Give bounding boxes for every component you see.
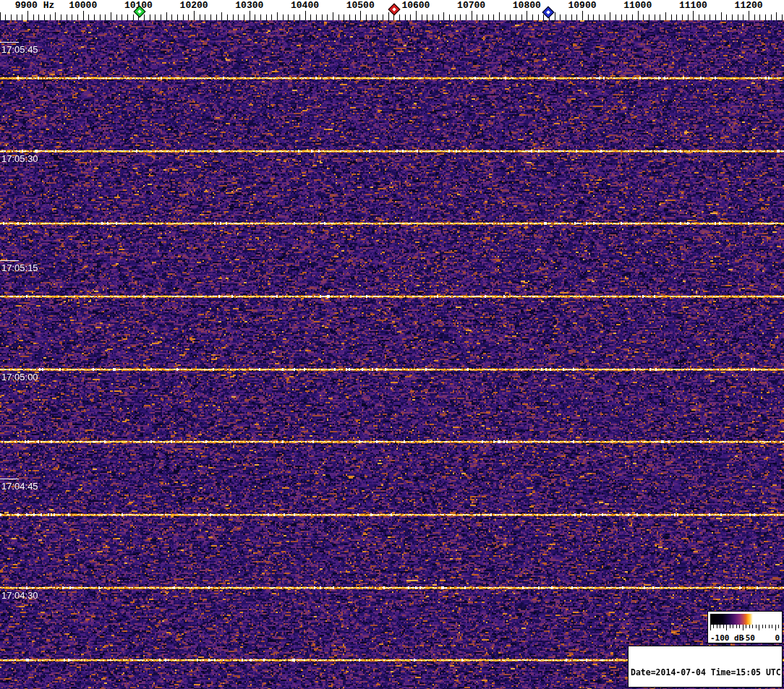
freq-scale-tick <box>150 14 150 20</box>
freq-scale-tick <box>743 14 743 20</box>
freq-scale-tick <box>221 12 222 20</box>
freq-scale-tick <box>161 14 161 20</box>
freq-scale-tick <box>327 14 328 20</box>
freq-scale-tick <box>200 14 200 20</box>
freq-scale-tick <box>177 14 178 20</box>
freq-scale-tick <box>205 14 205 20</box>
freq-scale-tick <box>715 14 716 20</box>
colorbar-tick <box>736 625 737 628</box>
freq-scale-tick <box>111 12 111 20</box>
freq-scale-tick <box>643 14 644 20</box>
colorbar-tick <box>720 625 720 628</box>
red-marker-core <box>392 7 396 12</box>
freq-scale-label: 10200 <box>180 1 208 11</box>
freq-scale-tick <box>588 14 589 20</box>
frequency-scale[interactable]: 9900 Hz100001010010200103001040010500106… <box>0 0 784 20</box>
freq-scale-tick <box>133 14 134 20</box>
freq-scale-tick <box>388 12 389 20</box>
freq-scale-tick <box>122 14 122 20</box>
status-info-box: Date=2014-07-04 Time=15:05 UTC Freq=143 … <box>628 646 783 688</box>
freq-scale-tick <box>88 14 89 20</box>
freq-scale-tick <box>615 14 616 20</box>
freq-scale-label: 11100 <box>679 1 707 11</box>
freq-scale-tick <box>771 14 772 20</box>
freq-scale-tick <box>671 14 672 20</box>
freq-scale-tick <box>516 14 516 20</box>
freq-scale-tick <box>660 14 660 20</box>
freq-scale-tick <box>449 14 450 20</box>
colorbar-mid-label: -50 <box>741 633 755 643</box>
freq-scale-tick <box>250 11 250 20</box>
colorbar-tick <box>778 625 779 628</box>
freq-scale-tick <box>571 14 572 20</box>
freq-scale-tick <box>410 14 411 20</box>
freq-scale-tick <box>593 14 594 20</box>
colorbar-tick <box>775 625 776 630</box>
blue-marker-core <box>546 10 550 14</box>
freq-scale-tick <box>383 14 383 20</box>
freq-scale-tick <box>333 12 333 20</box>
freq-scale-tick <box>183 14 184 20</box>
freq-scale-tick <box>100 14 101 20</box>
freq-scale-tick <box>238 14 239 20</box>
freq-scale-tick <box>55 12 56 20</box>
freq-scale-tick <box>188 14 189 20</box>
freq-scale-label: 11200 <box>735 1 763 11</box>
freq-scale-tick <box>266 14 267 20</box>
freq-scale-tick <box>27 11 28 20</box>
colorbar-tick <box>756 625 757 628</box>
freq-scale-tick <box>144 14 145 20</box>
colorbar-min-label: -100 dB <box>710 633 743 643</box>
freq-scale-tick <box>704 14 705 20</box>
freq-scale-tick <box>749 11 749 20</box>
freq-scale-tick <box>94 14 95 20</box>
freq-scale-tick <box>776 12 777 20</box>
freq-scale-tick <box>360 11 361 20</box>
freq-scale-tick <box>532 14 533 20</box>
colorbar-tick <box>730 625 730 628</box>
freq-scale-tick <box>244 14 244 20</box>
freq-scale-tick <box>377 14 378 20</box>
freq-scale-tick <box>283 14 284 20</box>
freq-scale-tick <box>493 14 494 20</box>
freq-scale-tick <box>782 14 783 20</box>
freq-scale-tick <box>11 14 12 20</box>
freq-scale-tick <box>72 14 72 20</box>
freq-scale-tick <box>693 11 694 20</box>
time-axis-label: 17:05:00 <box>1 372 38 382</box>
freq-scale-tick <box>488 14 489 20</box>
freq-scale-tick <box>116 14 117 20</box>
freq-scale-tick <box>155 14 155 20</box>
freq-scale-tick <box>460 14 461 20</box>
colorbar-tick <box>749 625 750 628</box>
freq-scale-tick <box>721 12 722 20</box>
freq-scale-label: 10000 <box>69 1 97 11</box>
time-axis-label: 17:05:15 <box>1 263 38 273</box>
colorbar-tick <box>765 625 766 628</box>
freq-scale-tick <box>626 14 627 20</box>
freq-scale-tick <box>543 14 544 20</box>
freq-scale-tick <box>227 14 228 20</box>
red-marker[interactable] <box>388 3 400 15</box>
freq-scale-tick <box>294 14 294 20</box>
freq-scale-tick <box>277 12 278 20</box>
freq-scale-tick <box>171 14 172 20</box>
freq-scale-tick <box>555 12 555 20</box>
colorbar-tick <box>710 625 711 630</box>
waterfall-display[interactable] <box>0 20 784 689</box>
freq-scale-tick <box>699 14 699 20</box>
colorbar-gradient <box>710 614 779 625</box>
freq-scale-tick <box>322 14 323 20</box>
freq-scale-label: 10700 <box>457 1 485 11</box>
freq-scale-tick <box>61 14 61 20</box>
freq-scale-tick <box>538 14 539 20</box>
freq-scale-tick <box>510 14 511 20</box>
freq-scale-tick <box>438 14 439 20</box>
info-date-time: Date=2014-07-04 Time=15:05 UTC <box>631 667 780 677</box>
green-marker-core <box>137 9 142 14</box>
freq-scale-tick <box>560 14 561 20</box>
colorbar-tick <box>717 625 717 628</box>
freq-scale-tick <box>0 12 1 20</box>
colorbar-tick <box>739 625 740 628</box>
freq-scale-tick <box>455 14 456 20</box>
